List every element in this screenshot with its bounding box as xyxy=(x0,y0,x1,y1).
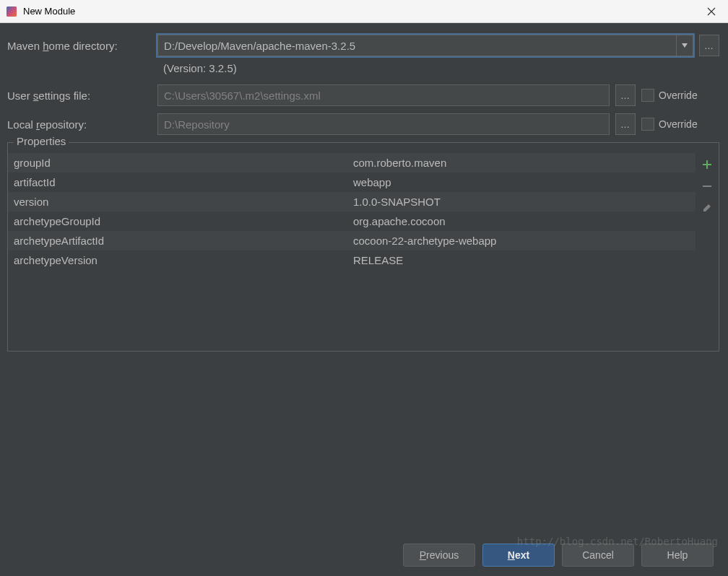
table-row[interactable]: archetypeVersionRELEASE xyxy=(8,250,696,270)
property-key: groupId xyxy=(14,157,353,169)
maven-home-input[interactable] xyxy=(157,35,676,56)
property-value: RELEASE xyxy=(353,254,690,266)
maven-home-combo[interactable] xyxy=(157,35,693,56)
maven-home-dropdown-button[interactable] xyxy=(676,35,693,56)
local-repo-label: Local repository: xyxy=(7,118,152,131)
property-key: version xyxy=(14,196,353,208)
titlebar: New Module xyxy=(0,0,728,23)
content: Maven home directory: … (Version: 3.2.5)… xyxy=(0,23,728,352)
property-key: archetypeVersion xyxy=(14,254,353,266)
maven-home-browse-button[interactable]: … xyxy=(699,35,719,56)
maven-home-label: Maven home directory: xyxy=(7,40,152,52)
previous-button[interactable]: Previous xyxy=(403,544,475,567)
property-key: archetypeArtifactId xyxy=(14,235,353,247)
settings-file-browse-button[interactable]: … xyxy=(615,84,636,106)
table-row[interactable]: archetypeArtifactIdcocoon-22-archetype-w… xyxy=(8,231,696,250)
settings-override-label: Override xyxy=(659,90,698,101)
property-value: webapp xyxy=(353,176,690,188)
footer: Previous Next Cancel Help xyxy=(0,534,728,576)
svg-rect-1 xyxy=(6,6,17,17)
next-button[interactable]: Next xyxy=(482,544,555,567)
repo-override-cell: Override xyxy=(641,118,719,131)
property-value: cocoon-22-archetype-webapp xyxy=(353,235,690,247)
table-row[interactable]: archetypeGroupIdorg.apache.cocoon xyxy=(8,211,696,231)
property-key: artifactId xyxy=(14,176,353,188)
settings-override-cell: Override xyxy=(641,89,719,102)
close-button[interactable] xyxy=(695,0,728,23)
settings-file-row: User settings file: C:\Users\30567\.m2\s… xyxy=(7,84,719,106)
local-repo-row: Local repository: D:\Repository … Overri… xyxy=(7,113,719,135)
maven-version-label: (Version: 3.2.5) xyxy=(7,62,719,74)
add-property-button[interactable] xyxy=(700,157,714,172)
property-key: archetypeGroupId xyxy=(14,215,353,227)
properties-table[interactable]: groupIdcom.roberto.mavenartifactIdwebapp… xyxy=(8,153,696,351)
local-repo-browse-button[interactable]: … xyxy=(615,113,636,135)
property-value: org.apache.cocoon xyxy=(353,215,690,227)
help-button[interactable]: Help xyxy=(641,544,714,567)
property-value: 1.0.0-SNAPSHOT xyxy=(353,196,690,208)
window-title: New Module xyxy=(23,6,75,17)
maven-home-row: Maven home directory: … xyxy=(7,35,719,56)
repo-override-checkbox[interactable] xyxy=(641,118,654,131)
edit-property-button[interactable] xyxy=(700,201,714,215)
table-row[interactable]: version1.0.0-SNAPSHOT xyxy=(8,192,696,211)
repo-override-label: Override xyxy=(659,118,698,130)
property-value: com.roberto.maven xyxy=(353,157,690,169)
cancel-button[interactable]: Cancel xyxy=(562,544,634,567)
settings-override-checkbox[interactable] xyxy=(641,89,654,102)
settings-file-label: User settings file: xyxy=(7,90,152,102)
properties-legend: Properties xyxy=(14,135,69,147)
remove-property-button[interactable] xyxy=(700,179,714,193)
local-repo-input: D:\Repository xyxy=(157,113,610,135)
settings-file-input: C:\Users\30567\.m2\settings.xml xyxy=(157,84,610,106)
properties-tools xyxy=(696,153,719,351)
properties-group: Properties groupIdcom.roberto.mavenartif… xyxy=(7,142,719,352)
app-icon xyxy=(6,6,17,17)
table-row[interactable]: artifactIdwebapp xyxy=(8,173,696,192)
table-row[interactable]: groupIdcom.roberto.maven xyxy=(8,153,696,173)
